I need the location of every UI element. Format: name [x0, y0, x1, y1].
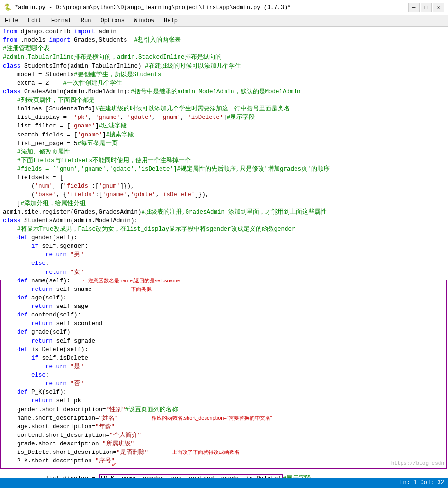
code-line-43: def P_K(self):: [3, 388, 445, 397]
watermark: https://blog.csdn: [391, 461, 444, 466]
code-line-19: ('num', {'fields':['gnum']}),: [3, 182, 445, 190]
title-controls: ─ □ ✕: [408, 3, 444, 12]
code-line-18: fieldsets = [: [3, 173, 445, 182]
code-line-52: list_display = [P_K, name, gender, age, …: [3, 465, 445, 478]
maximize-button[interactable]: □: [421, 3, 432, 12]
menu-run[interactable]: Run: [79, 18, 93, 24]
code-line-38: def is_Delete(self):: [3, 345, 445, 354]
code-line-3: #注册管理哪个表: [3, 45, 445, 53]
menu-bar: File Edit Format Run Options Window Help: [0, 15, 448, 27]
code-line-7: extra = 2 #一次性创建几个学生: [3, 79, 445, 88]
code-line-39: if self.isDelete:: [3, 354, 445, 362]
minimize-button[interactable]: ─: [408, 3, 420, 12]
code-line-14: list_per_page = 5#每五条是一页: [3, 139, 445, 148]
code-line-45: gender.short_description="性别"#设置页面列的名称: [3, 406, 445, 414]
code-area[interactable]: from django.contrib import admin from .m…: [0, 27, 448, 478]
menu-file[interactable]: File: [3, 18, 20, 24]
code-line-50: is_Delete.short_description="是否删除" 上面改了下…: [3, 448, 445, 457]
code-line-11: list_display = ['pk', 'gname', 'gdate', …: [3, 113, 445, 122]
code-line-16: #下面fields与fieldsets不能同时使用，使用一个注释掉一个: [3, 156, 445, 165]
window-title: *admin.py - D:\program\python3\Django_le…: [15, 4, 291, 11]
code-line-41: else:: [3, 371, 445, 380]
code-line-47: age.short_description="年龄": [3, 423, 445, 431]
code-line-30: def name(self): ← 注意函数名是name,返回的是self.sn…: [3, 277, 445, 285]
code-line-35: return self.scontend: [3, 319, 445, 328]
code-line-40: return "是": [3, 362, 445, 371]
code-line-33: return self.sage: [3, 302, 445, 311]
code-line-10: inlines=[StudentsInfo]#在建班级的时候可以添加几个学生时需…: [3, 105, 445, 113]
code-line-8: class GradesAdmin(admin.ModelAdmin):#括号中…: [3, 88, 445, 96]
menu-edit[interactable]: Edit: [26, 18, 44, 24]
code-line-37: return self.sgrade: [3, 337, 445, 345]
code-line-46: name.short_description="姓名" 相应的函数名.short…: [3, 414, 445, 423]
code-line-29: return "女": [3, 268, 445, 277]
code-line-48: contend.short_description="个人简介": [3, 431, 445, 440]
code-line-27: return "男": [3, 251, 445, 259]
code-line-20: ('base', {'fields':['gname','gdate','isD…: [3, 190, 445, 199]
code-lines: from django.contrib import admin from .m…: [2, 27, 446, 478]
code-line-9: #列表页属性，下面四个都是: [3, 96, 445, 105]
code-line-32: def age(self):: [3, 294, 445, 302]
code-line-44: return self.pk: [3, 397, 445, 405]
code-line-2: from .models import Grades,Students #想引入…: [3, 36, 445, 45]
menu-options[interactable]: Options: [99, 18, 126, 24]
code-line-34: def contend(self):: [3, 311, 445, 319]
code-line-13: search_fields = ['gname']#搜索字段: [3, 131, 445, 139]
code-line-23: class StudentsAdmin(admin.ModelAdmin):: [3, 217, 445, 225]
code-line-25: def gender(self):: [3, 234, 445, 242]
code-line-12: list_filter = ['gname']#过滤字段: [3, 122, 445, 130]
code-line-1: from django.contrib import admin: [3, 27, 445, 36]
menu-help[interactable]: Help: [162, 18, 179, 24]
code-line-17: #fields = ['gnum','gname','gdate','isDel…: [3, 165, 445, 173]
title-bar: 🐍 *admin.py - D:\program\python3\Django_…: [0, 0, 448, 15]
close-button[interactable]: ✕: [433, 3, 444, 12]
menu-format[interactable]: Format: [49, 18, 73, 24]
code-line-22: admin.site.register(Grades,GradesAdmin)#…: [3, 208, 445, 217]
status-bar: Ln: 1 Col: 32: [0, 478, 448, 488]
code-line-28: else:: [3, 259, 445, 268]
menu-window[interactable]: Window: [132, 18, 156, 24]
code-line-24: #将显示True改成男，False改为女，在list_display显示字段中将…: [3, 225, 445, 234]
code-line-15: #添加、修改页属性: [3, 148, 445, 156]
code-line-31: return self.sname ← 下面类似: [3, 285, 445, 294]
code-line-51: P_K.short_description="序号" ↙: [3, 457, 445, 465]
window-icon: 🐍: [4, 3, 12, 11]
code-line-26: if self.sgender:: [3, 242, 445, 251]
code-line-6: model = Students#要创建学生，所以是Students: [3, 71, 445, 79]
code-line-4: #admin.TabularInline排布是横向的，admin.Stacked…: [3, 53, 445, 62]
code-line-36: def grade(self):: [3, 328, 445, 336]
code-line-5: class StudentsInfo(admin.TabularInline):…: [3, 62, 445, 71]
status-right: Ln: 1 Col: 32: [400, 479, 444, 486]
main-window: 🐍 *admin.py - D:\program\python3\Django_…: [0, 0, 448, 488]
code-line-42: return "否": [3, 380, 445, 388]
title-bar-left: 🐍 *admin.py - D:\program\python3\Django_…: [4, 3, 291, 11]
code-line-49: grade.short_description="所属班级": [3, 440, 445, 448]
code-line-21: ]#添加分组，给属性分组: [3, 199, 445, 208]
